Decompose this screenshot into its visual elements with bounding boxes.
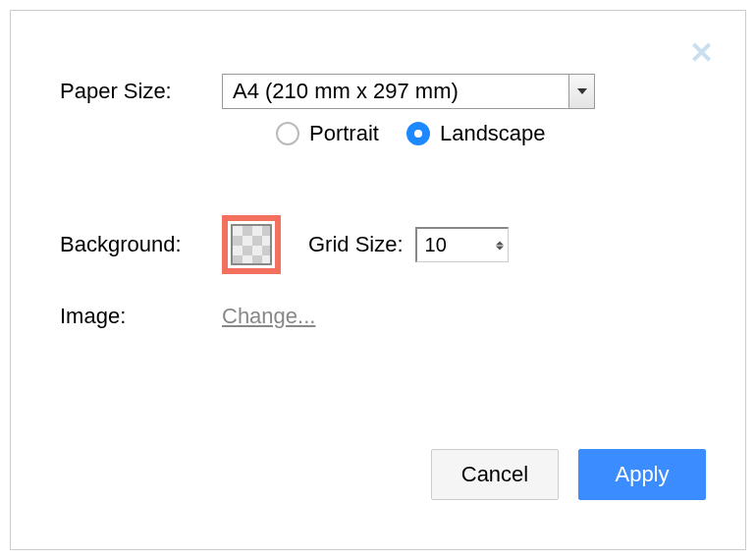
paper-size-label: Paper Size: <box>60 79 222 104</box>
paper-size-value: A4 (210 mm x 297 mm) <box>233 79 459 104</box>
paper-size-row: Paper Size: A4 (210 mm x 297 mm) <box>60 74 696 109</box>
change-image-link[interactable]: Change... <box>222 304 315 329</box>
image-row: Image: Change... <box>60 304 696 329</box>
grid-size-label: Grid Size: <box>308 232 404 257</box>
background-row: Background: Grid Size: 10 <box>60 215 696 274</box>
grid-size-input[interactable]: 10 <box>415 227 509 262</box>
landscape-radio[interactable]: Landscape <box>406 121 546 146</box>
portrait-radio[interactable]: Portrait <box>276 121 379 146</box>
cancel-button[interactable]: Cancel <box>431 449 559 500</box>
background-swatch-highlight <box>222 215 281 274</box>
paper-size-select[interactable]: A4 (210 mm x 297 mm) <box>222 74 595 109</box>
grid-size-value: 10 <box>425 234 447 256</box>
dialog-buttons: Cancel Apply <box>431 449 706 500</box>
landscape-label: Landscape <box>440 121 546 146</box>
image-label: Image: <box>60 304 222 329</box>
orientation-group: Portrait Landscape <box>276 121 696 146</box>
radio-icon-unselected <box>276 122 299 145</box>
chevron-down-icon <box>568 75 594 108</box>
background-swatch[interactable] <box>231 224 272 265</box>
background-label: Background: <box>60 232 222 257</box>
apply-button[interactable]: Apply <box>578 449 706 500</box>
page-setup-dialog: ✕ Paper Size: A4 (210 mm x 297 mm) Portr… <box>10 10 746 550</box>
stepper-icon[interactable] <box>496 241 504 250</box>
portrait-label: Portrait <box>309 121 379 146</box>
radio-icon-selected <box>406 122 430 145</box>
close-icon[interactable]: ✕ <box>689 38 714 68</box>
